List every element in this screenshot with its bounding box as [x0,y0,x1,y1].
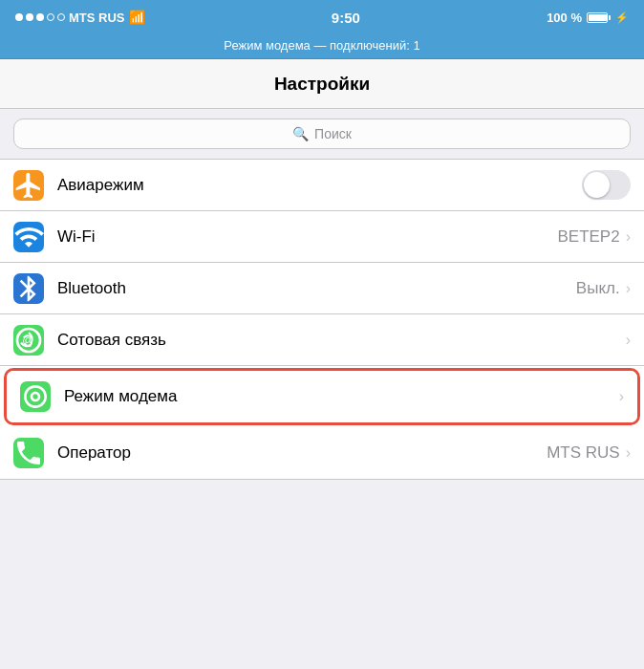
search-icon: 🔍 [292,126,309,141]
hotspot-banner-text: Режим модема — подключений: 1 [224,38,419,53]
row-icon-bluetooth [13,273,44,304]
search-placeholder: Поиск [314,126,352,141]
chevron-hotspot-icon: › [619,388,624,405]
row-value-operator: MTS RUS [547,443,620,463]
status-time: 9:50 [332,10,360,26]
battery-body [587,12,608,23]
chevron-cellular-icon: › [626,332,631,349]
chevron-operator-icon: › [626,444,631,462]
battery-tip [609,15,611,20]
row-value-bluetooth: Выкл. [576,279,620,298]
dot1 [15,13,23,21]
row-value-wifi: BЕТЕР2 [557,227,619,247]
hotspot-banner: Режим модема — подключений: 1 [0,34,644,59]
row-icon-airplane [13,170,44,201]
chevron-wifi-icon: › [626,228,631,246]
row-label-wifi: Wi-Fi [57,227,557,247]
page-title: Настройки [274,74,370,95]
status-left: MTS RUS 📶 [15,10,145,25]
carrier-label: MTS RUS [69,11,125,25]
dot5 [57,13,65,21]
battery-icon [587,12,611,23]
status-bar: MTS RUS 📶 9:50 100 % ⚡ [0,0,644,34]
dot4 [47,13,54,21]
row-icon-hotspot [20,381,51,412]
row-label-operator: Оператор [57,443,547,463]
battery-label: 100 % [547,11,582,25]
nav-bar: Настройки [0,59,644,109]
chevron-bluetooth-icon: › [626,280,631,297]
settings-row-operator[interactable]: Оператор MTS RUS › [0,427,644,479]
row-icon-cellular: @ [13,325,44,356]
row-label-airplane: Авиарежим [57,176,582,195]
settings-row-cellular[interactable]: @ Сотовая связь › [0,314,644,366]
status-right: 100 % ⚡ [547,11,629,25]
row-icon-wifi [13,222,44,252]
settings-row-bluetooth[interactable]: Bluetooth Выкл. › [0,263,644,314]
row-label-bluetooth: Bluetooth [57,279,576,298]
signal-dots [15,13,65,21]
charging-icon: ⚡ [615,11,629,24]
row-label-hotspot: Режим модема [64,387,619,406]
row-icon-operator [13,438,44,468]
search-box[interactable]: 🔍 Поиск [13,119,631,149]
dot3 [36,13,44,21]
settings-row-hotspot[interactable]: Режим модема › [7,371,637,422]
dot2 [26,13,33,21]
svg-text:@: @ [22,334,33,347]
battery-fill [589,14,607,21]
settings-row-wifi[interactable]: Wi-Fi BЕТЕР2 › [0,211,644,263]
row-label-cellular: Сотовая связь [57,331,626,350]
toggle-airplane[interactable] [582,170,631,200]
wifi-icon: 📶 [129,10,145,25]
settings-row-airplane[interactable]: Авиарежим [0,160,644,211]
settings-list: Авиарежим Wi-Fi BЕТЕР2 › Bluetooth Выкл.… [0,159,644,480]
settings-row-hotspot-wrapper[interactable]: Режим модема › [4,368,640,425]
search-area: 🔍 Поиск [0,109,644,159]
